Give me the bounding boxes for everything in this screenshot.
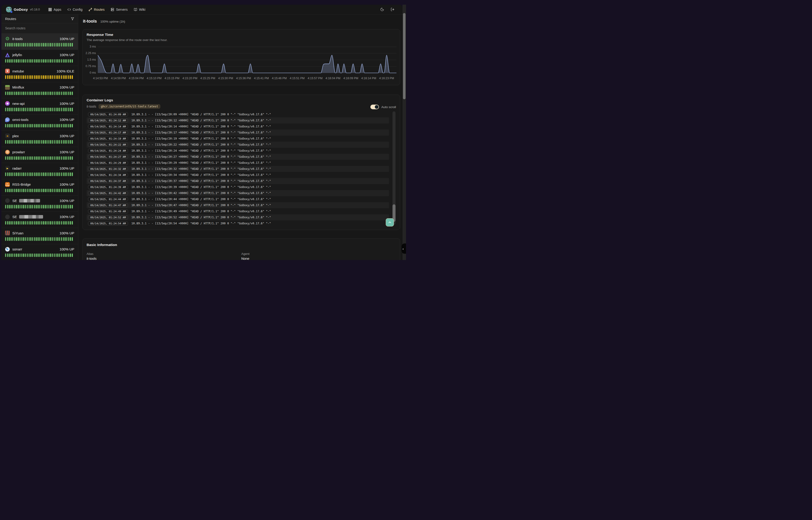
log-timestamp: 09/14/2025, 01:24:52 AM [88,215,128,219]
nav-item-servers[interactable]: Servers [111,8,128,11]
route-list-item[interactable]: sonarr 100% UP [1,244,78,260]
route-list-item[interactable]: SE 100% UP [1,212,78,228]
book-icon [134,8,137,11]
uptime-bars [5,75,74,79]
route-list-item[interactable]: prowlarr 100% UP [1,147,78,163]
logout-icon[interactable] [391,7,395,11]
route-list-item[interactable]: ▶ radarr 100% UP [1,163,78,179]
route-list-item[interactable]: metube 100% IDLE [1,66,78,82]
route-list-item[interactable]: new-api 100% UP [1,98,78,114]
route-list-item[interactable]: rss Bridge RSS-Bridge 100% UP [1,179,78,196]
filter-icon[interactable] [71,17,74,21]
nav-item-config[interactable]: Config [67,8,82,11]
log-timestamp: 09/14/2025, 01:24:39 AM [88,185,128,189]
log-timestamp: 09/14/2025, 01:24:47 AM [88,203,128,207]
log-timestamp: 09/14/2025, 01:24:54 AM [88,221,128,226]
route-list-item[interactable]: SiYuan 100% UP [1,228,78,244]
route-status: 100% UP [60,166,74,170]
log-viewport: 09/14/2025, 01:24:09 AM 10.89.3.1 - - [1… [87,111,396,227]
route-name: it-tools [12,37,23,41]
nav-item-routes[interactable]: Routes [88,8,105,11]
route-status: 100% UP [60,182,74,186]
redacted-route-name [19,199,40,203]
route-list-item[interactable]: ⚙ it-tools 100% UP [1,33,78,50]
nav-item-apps[interactable]: Apps [48,8,61,11]
page-header: it-tools 100% uptime (1h) [83,19,402,24]
container-logs-card: Container Logs it-tools ghcr.io/corentin… [82,95,400,230]
top-navbar: GoDoxy v0.18.0 Apps Config [1,5,402,15]
log-message: 10.89.3.1 - - [13/Sep/20:27 +0000] "HEAD… [131,155,271,158]
container-logs-title: Container Logs [87,98,396,102]
nav-label-apps: Apps [54,8,61,11]
brand-name: GoDoxy [14,7,28,11]
search-routes-input[interactable] [5,26,74,30]
route-list-item[interactable]: Miniflux 100% UP [1,82,78,99]
route-icon [88,8,92,11]
basic-information-title: Basic Information [87,243,396,247]
log-timestamp: 09/14/2025, 01:24:29 AM [88,161,128,165]
nav-item-wiki[interactable]: Wiki [134,8,145,11]
route-list-item[interactable]: jellyfin 100% UP [1,50,78,66]
response-time-card: Response Time The average response time … [82,29,400,85]
it-tools-icon: ⚙ [5,36,10,41]
log-message: 10.89.3.1 - - [13/Sep/20:12 +0000] "HEAD… [131,119,271,122]
log-message: 10.89.3.1 - - [13/Sep/20:42 +0000] "HEAD… [131,191,271,195]
grid-icon [48,8,52,11]
app-window: GoDoxy v0.18.0 Apps Config [1,5,402,260]
log-message: 10.89.3.1 - - [13/Sep/20:34 +0000] "HEAD… [131,173,271,177]
autoscroll-toggle[interactable] [370,105,379,109]
log-timestamp: 09/14/2025, 01:24:34 AM [88,173,128,177]
container-meta: it-tools ghcr.io/corentinth/it-tools:lat… [87,104,396,109]
log-row: 09/14/2025, 01:24:12 AM 10.89.3.1 - - [1… [87,118,389,124]
jellyfin-icon [5,53,10,57]
log-row: 09/14/2025, 01:24:54 AM 10.89.3.1 - - [1… [87,220,389,227]
log-row: 09/14/2025, 01:24:09 AM 10.89.3.1 - - [1… [87,111,389,118]
uptime-bars [5,221,74,225]
route-list-item[interactable]: ω omni-tools 100% UP [1,114,78,131]
log-message: 10.89.3.1 - - [13/Sep/20:09 +0000] "HEAD… [131,113,271,116]
uptime-bars [5,156,74,160]
panel-collapse-handle[interactable]: ‹ [401,243,406,254]
nav-label-config: Config [73,8,82,11]
route-status: 100% UP [60,118,74,122]
response-time-chart: 3 ms2.25 ms1.5 ms0.75 ms0 ms 4:14:53 PM4… [87,45,396,82]
log-row: 09/14/2025, 01:24:19 AM 10.89.3.1 - - [1… [87,136,389,141]
log-scrollbar[interactable] [392,111,395,225]
scroll-to-top-button[interactable] [386,218,394,227]
route-name: radarr [12,166,22,170]
uptime-bars [5,92,74,95]
route-status: 100% UP [60,150,74,154]
nav-label-routes: Routes [94,8,105,11]
log-timestamp: 09/14/2025, 01:24:24 AM [88,149,128,153]
route-list-item[interactable]: » plex 100% UP [1,131,78,147]
log-message: 10.89.3.1 - - [13/Sep/20:54 +0000] "HEAD… [131,222,271,225]
route-status: 100% UP [60,134,74,138]
log-row: 09/14/2025, 01:24:29 AM 10.89.3.1 - - [1… [87,160,389,166]
log-message: 10.89.3.1 - - [13/Sep/20:49 +0000] "HEAD… [131,210,271,213]
metube-icon [5,69,10,73]
field-alias: Alias it-tools [87,252,242,260]
log-timestamp: 09/14/2025, 01:24:12 AM [88,119,128,123]
log-timestamp: 09/14/2025, 01:24:22 AM [88,142,128,147]
theme-toggle-moon-icon[interactable] [380,7,384,11]
chevron-up-icon [388,220,392,224]
log-timestamp: 09/14/2025, 01:24:44 AM [88,197,128,201]
route-status: 100% UP [60,102,74,106]
route-name: metube [12,69,24,73]
log-row: 09/14/2025, 01:24:52 AM 10.89.3.1 - - [1… [87,214,389,220]
route-status: 100% UP [60,85,74,89]
toggle-knob [375,105,379,109]
uptime-bars [5,43,74,47]
log-message: 10.89.3.1 - - [13/Sep/20:22 +0000] "HEAD… [131,143,271,146]
log-row: 09/14/2025, 01:24:22 AM 10.89.3.1 - - [1… [87,141,389,148]
chevron-left-icon: ‹ [402,247,404,251]
uptime-bars [5,140,74,144]
rss-bridge-icon: rss Bridge [5,182,10,187]
plex-icon: » [5,133,10,138]
page-scrollbar[interactable] [402,5,406,260]
nav-items: Apps Config Routes Server [48,8,145,11]
route-list-item[interactable]: SE 100% UP [1,196,78,212]
page-scrollbar-thumb[interactable] [403,13,405,99]
uptime-text: 100% uptime (1h) [100,20,125,23]
log-timestamp: 09/14/2025, 01:24:19 AM [88,136,128,141]
